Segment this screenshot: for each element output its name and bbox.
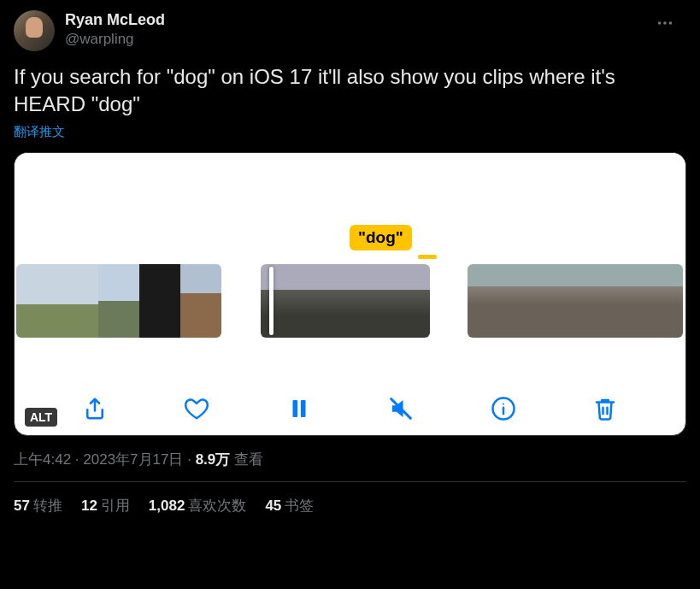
tweet-date[interactable]: 2023年7月17日 (83, 451, 183, 468)
more-icon (656, 14, 674, 32)
clip-frame (139, 264, 180, 338)
bookmarks-stat[interactable]: 45书签 (265, 496, 314, 515)
quotes-stat[interactable]: 12引用 (81, 496, 130, 515)
pause-icon (286, 396, 312, 421)
svg-point-0 (658, 21, 662, 25)
clip-frame (468, 264, 503, 338)
pause-button[interactable] (285, 394, 314, 423)
tweet-time[interactable]: 上午4:42 (14, 451, 71, 468)
mute-button[interactable] (386, 394, 415, 423)
clip-frame (575, 264, 611, 338)
info-icon (491, 396, 516, 421)
trash-button[interactable] (591, 394, 620, 423)
clip-frame (16, 264, 57, 338)
svg-rect-3 (292, 400, 297, 417)
likes-stat[interactable]: 1,082喜欢次数 (149, 496, 247, 515)
like-button[interactable] (182, 394, 211, 423)
clip-frame (647, 264, 683, 338)
clip-frame (503, 264, 539, 338)
views-count: 8.9万 (196, 451, 231, 468)
svg-rect-4 (301, 400, 306, 417)
playhead[interactable] (269, 267, 274, 335)
mute-icon (388, 396, 414, 421)
clip-group-active[interactable] (261, 264, 430, 338)
meta-row: 上午4:42 · 2023年7月17日 · 8.9万 查看 (14, 450, 686, 469)
alt-badge[interactable]: ALT (25, 408, 57, 427)
trash-icon (592, 396, 618, 421)
tweet-text: If you search for "dog" on iOS 17 it'll … (14, 63, 686, 119)
media-toolbar (15, 394, 685, 423)
clip-frame (539, 264, 575, 338)
clip-group[interactable] (468, 264, 683, 338)
handle: @warpling (65, 30, 165, 48)
tweet-header: Ryan McLeod @warpling (14, 10, 686, 51)
filmstrip-row (15, 264, 685, 338)
svg-point-1 (663, 21, 667, 25)
share-button[interactable] (80, 394, 109, 423)
stats-row: 57转推 12引用 1,082喜欢次数 45书签 (14, 482, 686, 524)
retweets-stat[interactable]: 57转推 (14, 496, 62, 515)
author-block[interactable]: Ryan McLeod @warpling (65, 10, 165, 48)
avatar[interactable] (14, 10, 55, 51)
heart-icon (184, 396, 209, 421)
more-button[interactable] (656, 14, 674, 36)
clip-frame (317, 264, 374, 338)
clip-frame (611, 264, 647, 338)
share-icon (82, 396, 108, 421)
svg-point-2 (669, 21, 673, 25)
clip-group[interactable] (16, 264, 221, 338)
views-label: 查看 (234, 451, 263, 468)
info-button[interactable] (489, 394, 518, 423)
clip-frame (374, 264, 430, 338)
scrub-indicator (418, 255, 437, 259)
clip-frame (57, 264, 98, 338)
display-name: Ryan McLeod (65, 10, 165, 30)
svg-point-8 (503, 403, 504, 404)
tweet-container: Ryan McLeod @warpling If you search for … (0, 0, 700, 524)
clip-frame (180, 264, 221, 338)
search-badge: "dog" (350, 225, 412, 250)
translate-link[interactable]: 翻译推文 (14, 124, 686, 140)
media-card[interactable]: "dog" (14, 152, 686, 436)
clip-frame (98, 264, 139, 338)
